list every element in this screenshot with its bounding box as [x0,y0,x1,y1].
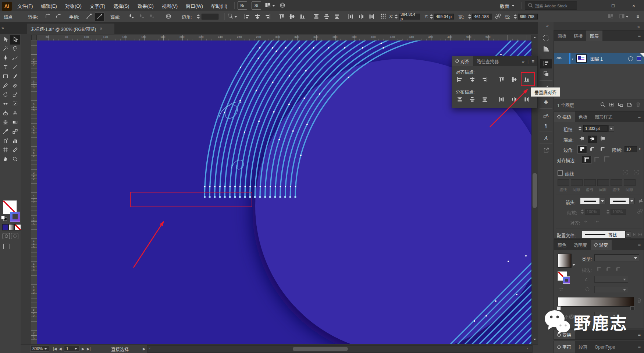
arrow-scale-start-field[interactable]: 100% [585,209,600,215]
menu-item-4[interactable]: 文字(T) [86,0,110,11]
dash-field-1[interactable] [558,179,569,186]
tab-色板[interactable]: 色板 [575,112,591,122]
arrow-align-end-button[interactable] [592,218,601,226]
workspace-grid-icon[interactable] [606,13,615,21]
layer-thumbnail[interactable] [576,54,587,63]
menu-item-3[interactable]: 对象(O) [61,0,86,11]
distribute-top-button[interactable] [312,13,321,21]
dash-field-2[interactable] [571,179,583,186]
zoom-level-select[interactable]: 300% [30,346,49,352]
make-mask-icon[interactable] [607,101,616,109]
align-center-button[interactable] [253,13,262,21]
gradient-type-select[interactable] [594,254,639,261]
collapse-dock-icon[interactable]: « [546,24,549,29]
horizontal-distribute-right-button[interactable] [522,95,531,104]
x-field[interactable]: 364.814 p [399,14,420,20]
tab-OpenType[interactable]: OpenType [591,341,619,353]
globe-icon[interactable] [164,13,173,21]
export-panel-icon[interactable] [540,146,552,155]
distribute-right-button[interactable] [367,13,376,21]
cut-path-button[interactable] [147,13,156,21]
horizontal-distribute-center-button[interactable] [509,95,519,104]
gradient-panel-icon[interactable] [540,44,552,54]
align-top-button[interactable] [277,13,286,21]
hand-tool[interactable] [1,155,10,164]
vertical-distribute-bottom-button[interactable] [480,95,490,104]
convert-to-corner-button[interactable] [43,13,52,21]
y-field[interactable]: 499.04 p [434,14,454,20]
document-tab[interactable]: 未标题-1.ai* @ 300% (RGB/预览) × [27,24,114,34]
vertical-scrollbar-thumb[interactable] [533,173,537,208]
search-input[interactable]: 搜索 Adobe Stock [525,1,577,10]
gradient-aspect-select[interactable] [594,286,628,293]
delete-stop-icon[interactable] [635,297,644,304]
gradient-fill-button[interactable] [8,224,15,230]
isolate-selected-button[interactable] [228,13,237,21]
align-dash-icon[interactable] [632,169,641,176]
corner-label[interactable]: 边角: [182,13,192,20]
minimize-button[interactable]: – [582,0,603,11]
vertical-align-top-button[interactable] [497,75,506,84]
direct-selection-tool[interactable] [10,35,20,45]
align-bottom-button[interactable] [298,13,307,21]
locate-object-icon[interactable] [598,101,607,109]
align-stroke-center-button[interactable] [582,156,591,164]
swap-arrows-icon[interactable] [636,198,644,205]
align-panel-menu-icon[interactable]: ≡ [531,59,534,64]
delete-layer-icon[interactable] [634,101,643,109]
align-middle-button[interactable] [288,13,296,21]
curvature-tool[interactable] [10,54,20,63]
width-profile-select[interactable]: 等比 [582,231,628,238]
menu-item-2[interactable]: 编辑(E) [37,0,61,11]
layer-row[interactable]: › 图层 1 [554,53,644,64]
layer-expand-icon[interactable]: › [572,56,573,61]
menu-item-6[interactable]: 效果(C) [134,0,158,11]
show-handles-button[interactable] [85,13,93,21]
next-artboard-icon[interactable]: ▶ [82,347,85,351]
butt-cap-button[interactable] [577,135,586,142]
arrow-end-select[interactable] [610,198,629,204]
pathfinder-panel-icon[interactable] [540,69,552,79]
status-menu-icon[interactable]: ▶ [143,347,146,351]
tab-画板[interactable]: 画板 [554,31,570,41]
scale-tool[interactable] [10,91,20,100]
gradient-angle-select[interactable] [594,276,628,283]
horizontal-align-right-button[interactable] [480,75,490,84]
vertical-distribute-top-button[interactable] [455,95,465,104]
none-fill-button[interactable] [15,224,21,230]
new-layer-icon[interactable] [625,101,634,109]
transform-menu-icon[interactable]: ≡ [635,330,644,339]
width-tool[interactable] [1,100,10,109]
gradient-stop-right[interactable] [630,306,634,310]
profile-caret[interactable] [625,231,631,238]
horizontal-align-center-button[interactable] [467,75,477,84]
app-logo-icon[interactable]: Ai [2,2,12,11]
distribute-bottom-button[interactable] [332,13,341,21]
tab-menu-icon[interactable]: ≡ [635,31,644,41]
horizontal-scrollbar-thumb[interactable] [293,347,348,351]
align-stroke-inside-button[interactable] [592,156,601,163]
artboard-tool[interactable] [1,146,10,155]
bevel-join-button[interactable] [598,145,607,153]
corner-radius-field[interactable] [202,14,218,20]
badge-st[interactable]: St [252,1,261,10]
ruler-origin-box[interactable] [31,35,37,40]
stroke-weight-field[interactable]: 1.333 pt [583,125,608,132]
character-styles-panel-icon[interactable]: A [540,111,552,121]
flip-across-icon[interactable] [638,231,643,239]
hide-handles-button[interactable] [95,13,104,21]
rectangle-tool[interactable] [1,72,10,81]
round-join-button[interactable] [588,145,597,153]
selection-tool[interactable] [1,35,10,45]
remove-anchor-button[interactable] [127,13,135,21]
menu-item-9[interactable]: 帮助(H) [207,0,231,11]
reference-point-icon[interactable] [379,13,388,21]
tab-图层[interactable]: 图层 [586,31,602,41]
workspace-switcher-icon[interactable] [266,1,274,10]
layer-name[interactable]: 图层 1 [590,56,603,62]
tab-颜色[interactable]: 颜色 [554,240,570,250]
tab-链接[interactable]: 链接 [570,31,586,41]
gradient-stroke-proxy[interactable] [563,276,570,284]
screen-mode-icon[interactable] [3,244,10,249]
badge-br[interactable]: Br [238,1,247,10]
